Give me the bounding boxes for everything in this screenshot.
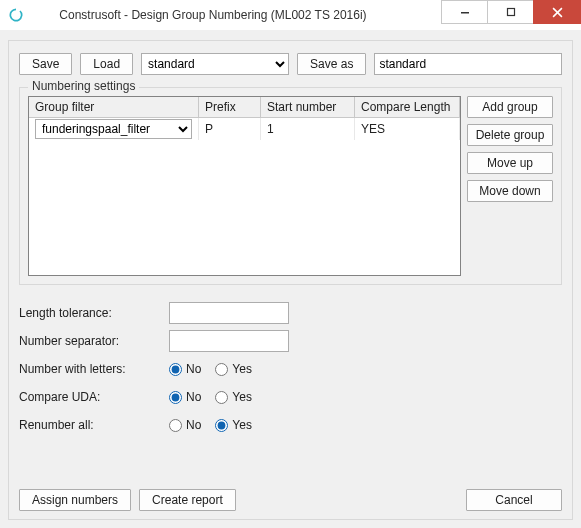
row-number-with-letters: Number with letters: No Yes bbox=[19, 355, 562, 383]
delete-group-button[interactable]: Delete group bbox=[467, 124, 553, 146]
col-header-start-number[interactable]: Start number bbox=[261, 97, 355, 118]
move-down-button[interactable]: Move down bbox=[467, 180, 553, 202]
radio-label-yes: Yes bbox=[232, 418, 252, 432]
footer-buttons: Assign numbers Create report Cancel bbox=[19, 489, 562, 511]
cell-group-filter[interactable]: funderingspaal_filter bbox=[29, 118, 199, 140]
radio-yes[interactable]: Yes bbox=[215, 362, 252, 376]
cell-compare-length[interactable]: YES bbox=[355, 118, 460, 140]
table-body: funderingspaal_filter P 1 YES bbox=[29, 118, 460, 275]
label-renumber-all: Renumber all: bbox=[19, 418, 169, 432]
maximize-button[interactable] bbox=[487, 0, 534, 24]
radio-label-no: No bbox=[186, 362, 201, 376]
radio-no[interactable]: No bbox=[169, 362, 201, 376]
settings-block: Length tolerance: Number separator: Numb… bbox=[19, 299, 562, 439]
radio-input-yes[interactable] bbox=[215, 363, 228, 376]
load-button[interactable]: Load bbox=[80, 53, 133, 75]
label-number-separator: Number separator: bbox=[19, 334, 169, 348]
col-header-compare-length[interactable]: Compare Length bbox=[355, 97, 460, 118]
preset-select[interactable]: standard bbox=[141, 53, 289, 75]
add-group-button[interactable]: Add group bbox=[467, 96, 553, 118]
radio-yes[interactable]: Yes bbox=[215, 418, 252, 432]
create-report-button[interactable]: Create report bbox=[139, 489, 236, 511]
radio-yes[interactable]: Yes bbox=[215, 390, 252, 404]
radio-input-yes[interactable] bbox=[215, 391, 228, 404]
radio-renumber-all: No Yes bbox=[169, 418, 252, 432]
preset-toolbar: Save Load standard Save as bbox=[9, 41, 572, 79]
svg-rect-0 bbox=[461, 12, 469, 14]
minimize-button[interactable] bbox=[441, 0, 488, 24]
label-number-with-letters: Number with letters: bbox=[19, 362, 169, 376]
spacer bbox=[244, 489, 458, 511]
client-area: Save Load standard Save as Numbering set… bbox=[0, 30, 581, 528]
main-panel: Save Load standard Save as Numbering set… bbox=[8, 40, 573, 520]
radio-label-yes: Yes bbox=[232, 390, 252, 404]
window-controls bbox=[442, 0, 581, 30]
table-row[interactable]: funderingspaal_filter P 1 YES bbox=[29, 118, 460, 140]
window-title: Construsoft - Design Group Numbering (ML… bbox=[0, 8, 442, 22]
table-side-buttons: Add group Delete group Move up Move down bbox=[467, 96, 553, 276]
window: Construsoft - Design Group Numbering (ML… bbox=[0, 0, 581, 528]
cell-prefix[interactable]: P bbox=[199, 118, 261, 140]
radio-input-no[interactable] bbox=[169, 363, 182, 376]
assign-numbers-button[interactable]: Assign numbers bbox=[19, 489, 131, 511]
grid-area: Group filter Prefix Start number Compare… bbox=[28, 96, 553, 276]
titlebar: Construsoft - Design Group Numbering (ML… bbox=[0, 0, 581, 31]
radio-input-no[interactable] bbox=[169, 419, 182, 432]
col-header-group-filter[interactable]: Group filter bbox=[29, 97, 199, 118]
radio-label-yes: Yes bbox=[232, 362, 252, 376]
save-button[interactable]: Save bbox=[19, 53, 72, 75]
move-up-button[interactable]: Move up bbox=[467, 152, 553, 174]
radio-input-yes[interactable] bbox=[215, 419, 228, 432]
table-header: Group filter Prefix Start number Compare… bbox=[29, 97, 460, 118]
radio-compare-uda: No Yes bbox=[169, 390, 252, 404]
numbering-settings-group: Numbering settings Group filter Prefix S… bbox=[19, 87, 562, 285]
cell-start-number[interactable]: 1 bbox=[261, 118, 355, 140]
row-renumber-all: Renumber all: No Yes bbox=[19, 411, 562, 439]
number-separator-input[interactable] bbox=[169, 330, 289, 352]
col-header-prefix[interactable]: Prefix bbox=[199, 97, 261, 118]
row-compare-uda: Compare UDA: No Yes bbox=[19, 383, 562, 411]
row-number-separator: Number separator: bbox=[19, 327, 562, 355]
radio-no[interactable]: No bbox=[169, 418, 201, 432]
svg-rect-1 bbox=[507, 9, 514, 16]
preset-name-input[interactable] bbox=[374, 53, 562, 75]
label-length-tolerance: Length tolerance: bbox=[19, 306, 169, 320]
close-button[interactable] bbox=[533, 0, 581, 24]
radio-number-with-letters: No Yes bbox=[169, 362, 252, 376]
groups-table: Group filter Prefix Start number Compare… bbox=[28, 96, 461, 276]
radio-label-no: No bbox=[186, 418, 201, 432]
label-compare-uda: Compare UDA: bbox=[19, 390, 169, 404]
group-filter-select[interactable]: funderingspaal_filter bbox=[35, 119, 192, 139]
groupbox-title: Numbering settings bbox=[28, 79, 139, 93]
cancel-button[interactable]: Cancel bbox=[466, 489, 562, 511]
radio-label-no: No bbox=[186, 390, 201, 404]
row-length-tolerance: Length tolerance: bbox=[19, 299, 562, 327]
radio-input-no[interactable] bbox=[169, 391, 182, 404]
radio-no[interactable]: No bbox=[169, 390, 201, 404]
save-as-button[interactable]: Save as bbox=[297, 53, 366, 75]
length-tolerance-input[interactable] bbox=[169, 302, 289, 324]
